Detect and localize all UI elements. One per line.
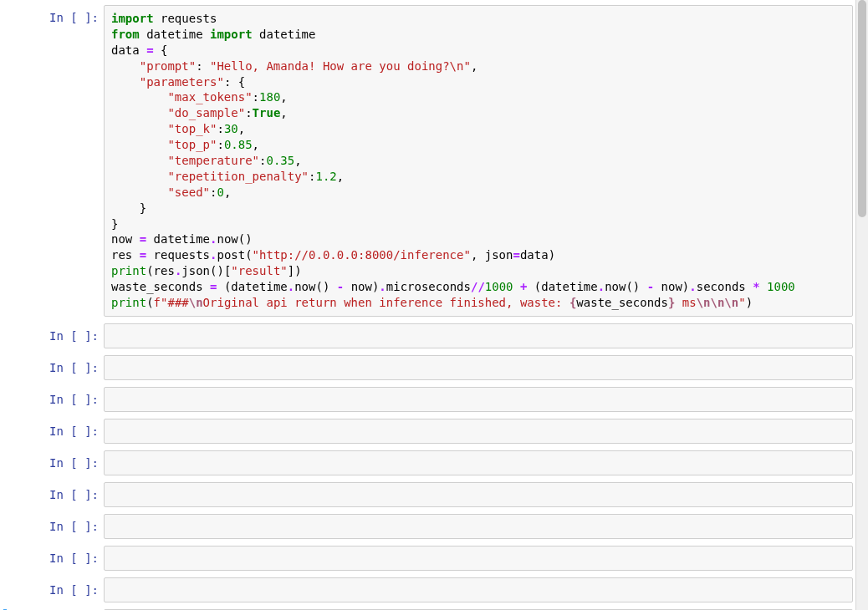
cell-input-area[interactable]: [104, 514, 853, 539]
cell-input-area[interactable]: import requests from datetime import dat…: [104, 5, 853, 317]
cell-prompt: In [ ]:: [7, 323, 104, 348]
code-cell[interactable]: In [ ]:: [7, 450, 853, 475]
cell-prompt: In [ ]:: [7, 546, 104, 571]
code-cell[interactable]: In [ ]:: [7, 482, 853, 507]
cell-input-area[interactable]: [104, 450, 853, 475]
cell-prompt: In [ ]:: [7, 482, 104, 507]
cell-input-area[interactable]: [104, 419, 853, 444]
cell-input-area[interactable]: [104, 387, 853, 412]
notebook-container: In [ ]:import requests from datetime imp…: [0, 0, 868, 610]
cell-prompt: In [ ]:: [7, 387, 104, 412]
code-cell[interactable]: In [ ]:: [7, 546, 853, 571]
code-cell[interactable]: In [ ]:: [7, 387, 853, 412]
cell-prompt: In [ ]:: [7, 514, 104, 539]
cell-input-area[interactable]: [104, 355, 853, 380]
vertical-scrollbar[interactable]: [855, 0, 868, 610]
cell-prompt: In [ ]:: [7, 5, 104, 317]
code-cell[interactable]: In [ ]:: [7, 419, 853, 444]
cell-prompt: In [ ]:: [7, 419, 104, 444]
code-cell[interactable]: In [ ]:: [7, 514, 853, 539]
cell-input-area[interactable]: [104, 546, 853, 571]
cell-input-area[interactable]: [104, 323, 853, 348]
scrollbar-thumb[interactable]: [858, 0, 866, 217]
cell-prompt: In [ ]:: [7, 355, 104, 380]
cell-prompt: In [ ]:: [7, 577, 104, 602]
cell-input-area[interactable]: [104, 482, 853, 507]
code-cell[interactable]: In [ ]:: [7, 355, 853, 380]
cell-prompt: In [ ]:: [7, 450, 104, 475]
code-cell[interactable]: In [ ]:import requests from datetime imp…: [7, 5, 853, 317]
code-cell[interactable]: In [ ]:: [7, 577, 853, 602]
code-cell[interactable]: In [ ]:: [7, 323, 853, 348]
cell-input-area[interactable]: [104, 577, 853, 602]
code-content[interactable]: import requests from datetime import dat…: [111, 11, 845, 311]
